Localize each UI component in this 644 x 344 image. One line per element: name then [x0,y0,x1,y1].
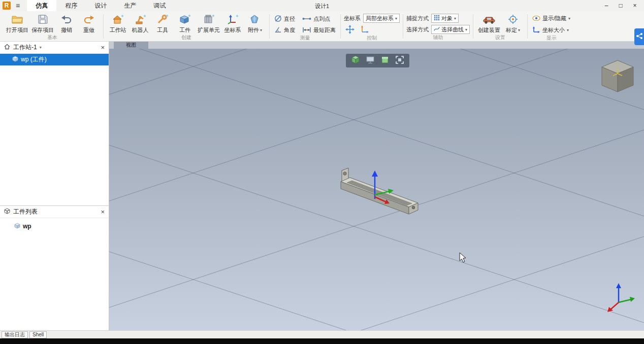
workpiece-list-panel: 工件列表 × wp [0,205,109,231]
shortest-distance-icon [302,27,311,34]
undo-label: 撤销 [61,26,72,34]
chevron-down-icon: ▾ [567,28,569,32]
coordinate-system-button[interactable]: 坐标系 [221,12,244,34]
curve-icon [434,26,440,33]
chevron-down-icon[interactable]: ▾ [518,28,520,32]
axes-icon [360,25,369,35]
calibrate-button[interactable]: 标定 ▾ [502,12,524,34]
diameter-button[interactable]: 直径 [273,14,297,24]
workstation-panel-header: 工作站-1 ▾ × [0,42,109,54]
tree-item-wp[interactable]: wp [0,221,109,231]
redo-label: 重做 [83,26,94,34]
shaded-view-button[interactable] [350,56,361,66]
create-device-button[interactable]: 创建装置 [476,12,502,34]
tab-design[interactable]: 设计 [86,0,115,11]
snap-mode-value: 对象 [441,15,453,22]
tree-item-wp-workpiece[interactable]: wp (工件) [0,54,109,65]
coordinate-system-value: 局部坐标系 [366,15,394,22]
point-to-point-label: 点到点 [313,15,330,23]
open-project-button[interactable]: 打开项目 [5,12,30,34]
minimize-button[interactable]: – [601,1,611,10]
document-title: 设计1 [315,3,329,10]
coordinate-triad-icon [227,13,239,25]
close-icon[interactable]: × [101,209,105,215]
car-icon [482,13,496,25]
tab-simulation[interactable]: 仿真 [27,0,56,11]
diameter-icon [274,15,282,23]
viewport-3d[interactable] [109,49,644,330]
attachment-button[interactable]: 附件 ▾ [244,12,266,34]
maximize-button[interactable]: □ [616,1,626,10]
workstation-label: 工作站 [110,26,126,34]
robot-button[interactable]: 机器人 [129,12,151,34]
tab-production[interactable]: 生产 [115,0,145,11]
fit-view-button[interactable] [395,56,405,66]
rotate-tool-button[interactable] [359,25,371,35]
shell-tab[interactable]: Shell [29,331,47,338]
viewport-tab-view[interactable]: 视图 [114,42,148,49]
chevron-down-icon[interactable]: ▾ [260,28,262,32]
view-cube[interactable] [602,60,633,92]
group-label-auxiliary: 辅助 [406,35,470,41]
ribbon-group-basic: 打开项目 保存项目 撤销 [2,12,103,41]
selection-mode-select[interactable]: 选择曲线 ▾ [431,25,470,34]
point-to-point-icon [302,16,311,23]
workpiece-model[interactable] [341,168,418,214]
close-button[interactable]: × [630,1,640,10]
close-icon[interactable]: × [101,44,105,51]
chevron-down-icon: ▾ [568,16,570,21]
snap-mode-select[interactable]: 对象 ▾ [431,14,459,23]
point-to-point-button[interactable]: 点到点 [301,14,337,24]
tab-program[interactable]: 程序 [56,0,86,11]
ribbon-tabs: 仿真 程序 设计 生产 调试 [27,0,174,11]
axis-size-button[interactable]: 坐标大小 ▾ [531,25,572,35]
show-hide-label: 显示/隐藏 [542,15,566,22]
ribbon-group-settings: 创建装置 标定 ▾ 设置 [474,12,527,41]
move-cross-icon [345,25,355,35]
share-icon [636,32,643,42]
create-device-label: 创建装置 [478,26,500,34]
save-project-button[interactable]: 保存项目 [30,12,55,34]
ribbon-separator [473,14,473,39]
bottom-black-bar [0,338,644,344]
tree-item-label: wp (工件) [21,55,47,64]
shortest-distance-button[interactable]: 最短距离 [301,25,337,35]
extension-unit-icon [203,13,215,25]
coordinate-system-select[interactable]: 局部坐标系 ▾ [363,14,400,23]
redo-button[interactable]: 重做 [78,12,100,34]
workpiece-button[interactable]: 工件 [174,12,196,34]
tool-button[interactable]: 工具 [151,12,174,34]
cube-icon [12,56,18,63]
window-controls: – □ × [601,1,644,10]
angle-button[interactable]: 角度 [273,25,297,35]
share-button[interactable] [634,28,644,45]
diameter-label: 直径 [284,15,295,23]
extension-unit-label: 扩展单元 [198,26,220,34]
show-hide-button[interactable]: 显示/隐藏 ▾ [531,14,572,23]
sidebar: 工作站-1 ▾ × wp (工件) 工件列表 × [0,42,109,330]
workpiece-label: 工件 [179,26,190,34]
workpiece-cube-icon [179,13,191,25]
redo-icon [83,13,94,25]
tab-debug[interactable]: 调试 [145,0,174,11]
extension-unit-button[interactable]: 扩展单元 [196,12,221,34]
move-tool-button[interactable] [344,25,356,35]
output-log-tab[interactable]: 输出日志 [2,331,28,338]
chevron-down-icon[interactable]: ▾ [40,45,42,50]
panel-view-button[interactable] [380,56,390,66]
undo-button[interactable]: 撤销 [55,12,78,34]
viewport-tabstrip: 视图 [109,42,644,49]
world-axis-triad [607,283,635,312]
tool-icon [156,13,169,25]
group-label-basic: 基本 [5,35,100,41]
selection-mode-label: 选择方式 [406,26,429,33]
menu-icon[interactable]: ≡ [16,2,20,10]
screen-view-button[interactable] [365,56,375,66]
snap-grid-icon [434,15,440,22]
ribbon-separator [340,14,341,39]
ribbon-group-control: 坐标系 局部坐标系 ▾ [341,12,402,41]
ribbon-group-auxiliary: 捕捉方式 对象 ▾ 选择方式 [404,12,472,41]
workstation-button[interactable]: 工作站 [107,12,129,34]
frame-icon [395,55,404,66]
titlebar: R ≡ 仿真 程序 设计 生产 调试 设计1 – □ × [0,0,644,11]
